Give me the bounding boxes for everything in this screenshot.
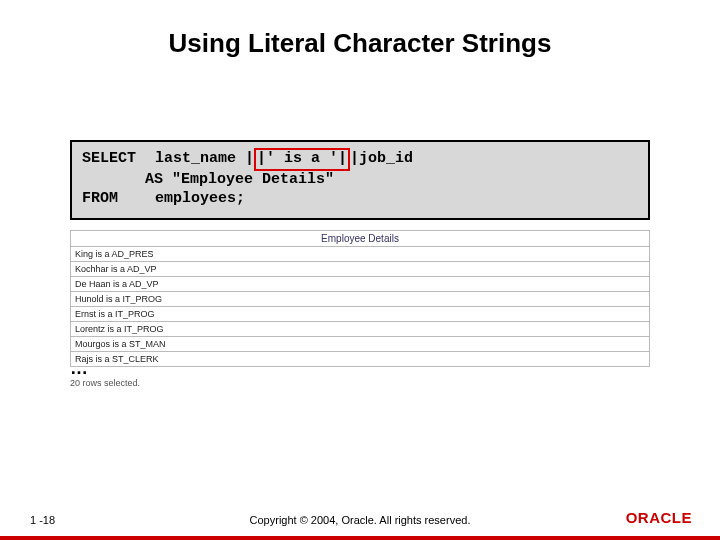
footer-accent-bar bbox=[0, 536, 720, 540]
cell: Mourgos is a ST_MAN bbox=[71, 337, 650, 352]
cell: Kochhar is a AD_VP bbox=[71, 262, 650, 277]
results-table: Employee Details King is a AD_PRES Kochh… bbox=[70, 230, 650, 367]
row-count: 20 rows selected. bbox=[70, 378, 140, 388]
code-line: AS "Employee Details" bbox=[82, 171, 638, 190]
table-row: Mourgos is a ST_MAN bbox=[71, 337, 650, 352]
copyright: Copyright © 2004, Oracle. All rights res… bbox=[0, 514, 720, 526]
table-row: Ernst is a IT_PROG bbox=[71, 307, 650, 322]
table-row: King is a AD_PRES bbox=[71, 247, 650, 262]
slide-title: Using Literal Character Strings bbox=[0, 28, 720, 59]
cell: Lorentz is a IT_PROG bbox=[71, 322, 650, 337]
cell: Hunold is a IT_PROG bbox=[71, 292, 650, 307]
keyword-from: FROM bbox=[82, 190, 146, 209]
cell: King is a AD_PRES bbox=[71, 247, 650, 262]
results-body: King is a AD_PRES Kochhar is a AD_VP De … bbox=[71, 247, 650, 367]
query-results: Employee Details King is a AD_PRES Kochh… bbox=[70, 230, 650, 367]
sql-code-block: SELECT last_name ||' is a '||job_id AS "… bbox=[70, 140, 650, 220]
ellipsis: … bbox=[70, 358, 88, 379]
table-row: Kochhar is a AD_VP bbox=[71, 262, 650, 277]
literal-highlight: |' is a '| bbox=[254, 148, 350, 171]
table-row: Lorentz is a IT_PROG bbox=[71, 322, 650, 337]
column-header: Employee Details bbox=[71, 231, 650, 247]
code-segment: last_name | bbox=[155, 150, 254, 167]
slide: Using Literal Character Strings SELECT l… bbox=[0, 0, 720, 540]
table-row: Hunold is a IT_PROG bbox=[71, 292, 650, 307]
table-row: Rajs is a ST_CLERK bbox=[71, 352, 650, 367]
code-segment: employees; bbox=[155, 190, 245, 207]
oracle-logo: ORACLE bbox=[626, 509, 692, 526]
keyword-select: SELECT bbox=[82, 150, 146, 169]
code-segment: |job_id bbox=[350, 150, 413, 167]
cell: Ernst is a IT_PROG bbox=[71, 307, 650, 322]
footer: 1 -18 Copyright © 2004, Oracle. All righ… bbox=[0, 504, 720, 540]
cell: De Haan is a AD_VP bbox=[71, 277, 650, 292]
table-row: De Haan is a AD_VP bbox=[71, 277, 650, 292]
cell: Rajs is a ST_CLERK bbox=[71, 352, 650, 367]
